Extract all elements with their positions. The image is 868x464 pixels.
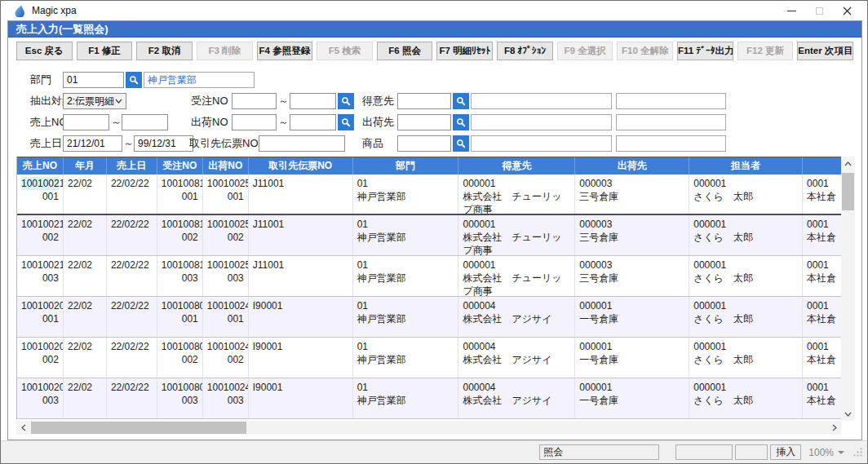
scroll-up-button[interactable]: [841, 157, 855, 170]
scroll-right-button[interactable]: [827, 421, 841, 435]
cell-year-month[interactable]: 22/02: [64, 256, 107, 296]
minimize-button[interactable]: [777, 1, 805, 20]
table-row[interactable]: 10010021 002 22/02 22/02/22 10010081 002…: [17, 215, 841, 256]
shipping-no-search-button[interactable]: [338, 114, 354, 130]
cell-department[interactable]: 01 神戸営業部: [353, 175, 459, 214]
cell-sales-date[interactable]: 22/02/22: [107, 256, 157, 296]
cell-sales-date[interactable]: 22/02/22: [107, 378, 157, 418]
sales-no-from-input[interactable]: [63, 114, 109, 130]
cell-partner-slip-no[interactable]: J11001: [249, 256, 353, 296]
cell-customer[interactable]: 000004 株式会社 アジサイ: [458, 378, 575, 418]
cell-warehouse[interactable]: 0001 本社倉: [803, 378, 841, 418]
f7-detail-reset-button[interactable]: F7 明細ﾘｾｯﾄ: [436, 42, 493, 60]
enter-next-item-button[interactable]: Enter 次項目: [797, 42, 853, 60]
cell-ship-to[interactable]: 000003 三号倉庫: [575, 256, 689, 296]
column-header-order-no[interactable]: 受注NO: [157, 157, 203, 175]
cell-shipping-no[interactable]: 10010025 001: [203, 175, 249, 214]
cell-year-month[interactable]: 22/02: [64, 297, 107, 337]
order-no-search-button[interactable]: [338, 93, 354, 109]
cell-sales-no[interactable]: 10010020 001: [17, 297, 64, 337]
partner-slip-no-input[interactable]: [259, 135, 345, 152]
extract-target-dropdown[interactable]: 2:伝票明細: [63, 93, 126, 109]
product-code-input[interactable]: [397, 135, 451, 152]
column-header-partner-slip-no[interactable]: 取引先伝票NO: [249, 157, 353, 175]
focused-cell[interactable]: 10010021: [21, 177, 59, 190]
product-search-button[interactable]: [453, 135, 469, 152]
cell-department[interactable]: 01 神戸営業部: [353, 338, 459, 378]
cell-person-in-charge[interactable]: 000001 さくら 太郎: [689, 256, 803, 296]
cell-department[interactable]: 01 神戸営業部: [353, 256, 459, 296]
cell-sales-no[interactable]: 10010021001: [17, 175, 64, 214]
cell-shipping-no[interactable]: 10010024 001: [203, 297, 249, 337]
shipping-no-to-input[interactable]: [290, 114, 336, 130]
cell-shipping-no[interactable]: 10010025 002: [203, 215, 249, 255]
cell-partner-slip-no[interactable]: I90001: [249, 378, 353, 418]
sales-date-from-input[interactable]: [63, 135, 122, 152]
cell-customer[interactable]: 000001 株式会社 チューリップ商事 販売部・田中: [458, 256, 575, 296]
cell-partner-slip-no[interactable]: I90001: [249, 297, 353, 337]
cell-sales-no[interactable]: 10010020 002: [17, 338, 64, 378]
sales-date-to-input[interactable]: [134, 135, 193, 152]
cell-order-no[interactable]: 10010080 003: [157, 378, 203, 418]
cell-person-in-charge[interactable]: 000001 さくら 太郎: [689, 378, 803, 418]
cell-customer[interactable]: 000001 株式会社 チューリップ商事 販売部・田中: [458, 215, 575, 255]
cell-sales-no[interactable]: 10010020 003: [17, 378, 64, 418]
cell-shipping-no[interactable]: 10010025 003: [203, 256, 249, 296]
scroll-left-button[interactable]: [16, 421, 30, 435]
order-no-from-input[interactable]: [232, 93, 277, 109]
close-button[interactable]: [833, 1, 861, 20]
cell-order-no[interactable]: 10010081 003: [157, 256, 203, 296]
cell-partner-slip-no[interactable]: J11001: [249, 175, 353, 214]
cell-sales-date[interactable]: 22/02/22: [107, 297, 157, 337]
cell-warehouse[interactable]: 0001 本社倉: [803, 175, 841, 214]
table-row[interactable]: 10010020 001 22/02 22/02/22 10010080 001…: [17, 297, 841, 338]
vertical-scroll-thumb[interactable]: [842, 173, 854, 210]
vertical-scrollbar[interactable]: [841, 157, 855, 421]
f6-inquiry-button[interactable]: F6 照会: [377, 42, 433, 60]
customer-code-input[interactable]: [397, 93, 451, 109]
horizontal-scrollbar[interactable]: [16, 421, 841, 435]
column-header-shipping-no[interactable]: 出荷NO: [203, 157, 249, 175]
cell-warehouse[interactable]: 0001 本社倉: [803, 297, 841, 337]
cell-sales-no[interactable]: 10010021 003: [17, 256, 64, 296]
column-header-year-month[interactable]: 年月: [64, 157, 107, 175]
esc-back-button[interactable]: Esc 戻る: [16, 42, 73, 60]
cell-warehouse[interactable]: 0001 本社倉: [803, 256, 841, 296]
cell-ship-to[interactable]: 000003 三号倉庫: [575, 175, 689, 214]
cell-ship-to[interactable]: 000001 一号倉庫: [575, 338, 689, 378]
scroll-down-button[interactable]: [841, 407, 855, 421]
f2-cancel-button[interactable]: F2 取消: [136, 42, 193, 60]
cell-department[interactable]: 01 神戸営業部: [353, 215, 459, 255]
cell-person-in-charge[interactable]: 000001 さくら 太郎: [689, 175, 803, 214]
cell-department[interactable]: 01 神戸営業部: [353, 297, 459, 337]
cell-sales-date[interactable]: 22/02/22: [107, 338, 157, 378]
shipping-no-from-input[interactable]: [232, 114, 277, 130]
cell-sales-date[interactable]: 22/02/22: [107, 175, 157, 214]
table-row[interactable]: 10010020 002 22/02 22/02/22 10010080 002…: [17, 338, 841, 378]
column-header-sales-no[interactable]: 売上NO: [17, 157, 64, 175]
cell-person-in-charge[interactable]: 000001 さくら 太郎: [689, 215, 803, 255]
cell-ship-to[interactable]: 000001 一号倉庫: [575, 378, 689, 418]
cell-order-no[interactable]: 10010080 002: [157, 338, 203, 378]
zoom-dropdown-caret-icon[interactable]: [838, 451, 844, 454]
cell-year-month[interactable]: 22/02: [64, 338, 107, 378]
table-row[interactable]: 10010021001 22/02 22/02/22 10010081 001 …: [17, 175, 841, 215]
cell-ship-to[interactable]: 000003 三号倉庫: [575, 215, 689, 255]
cell-warehouse[interactable]: 0001 本社倉: [803, 215, 841, 255]
cell-order-no[interactable]: 10010080 001: [157, 297, 203, 337]
order-no-to-input[interactable]: [290, 93, 336, 109]
f8-option-button[interactable]: F8 ｵﾌﾟｼｮﾝ: [497, 42, 553, 60]
cell-year-month[interactable]: 22/02: [64, 378, 107, 418]
column-header-person-in-charge[interactable]: 担当者: [689, 157, 803, 175]
ship-to-search-button[interactable]: [453, 114, 469, 130]
cell-order-no[interactable]: 10010081 002: [157, 215, 203, 255]
f1-modify-button[interactable]: F1 修正: [77, 42, 133, 60]
cell-person-in-charge[interactable]: 000001 さくら 太郎: [689, 338, 803, 378]
cell-shipping-no[interactable]: 10010024 002: [203, 338, 249, 378]
cell-customer[interactable]: 000004 株式会社 アジサイ: [458, 338, 575, 378]
horizontal-scroll-thumb[interactable]: [31, 422, 246, 434]
cell-ship-to[interactable]: 000001 一号倉庫: [575, 297, 689, 337]
column-header-ship-to[interactable]: 出荷先: [575, 157, 689, 175]
cell-sales-no[interactable]: 10010021 002: [17, 215, 64, 255]
zoom-level[interactable]: 100%: [808, 447, 834, 458]
